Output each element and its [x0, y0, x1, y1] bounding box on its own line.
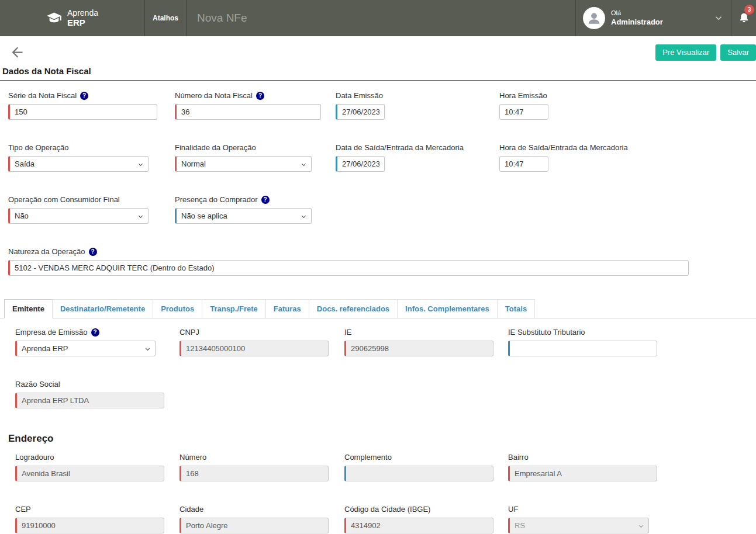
- tab-docs-referenciados[interactable]: Docs. referenciados: [309, 299, 398, 318]
- endereco-numero-input: [179, 466, 329, 481]
- logradouro-input: [15, 466, 164, 481]
- user-menu[interactable]: Olá Administrador: [575, 0, 731, 36]
- preview-button[interactable]: Pré Visualizar: [655, 44, 716, 61]
- user-greeting: Olá: [611, 9, 663, 18]
- select-caret-icon: [301, 213, 307, 220]
- numero-nf-label: Número da Nota Fiscal?: [175, 91, 336, 100]
- finalidade-select[interactable]: Normal: [175, 156, 312, 172]
- field-serie: Série da Nota Fiscal?: [8, 91, 175, 120]
- field-data-emissao: Data Emissão: [336, 91, 499, 120]
- help-icon[interactable]: ?: [89, 248, 97, 256]
- field-hora-saida: Hora de Saída/Entrada da Mercadoria: [499, 143, 756, 172]
- back-button[interactable]: [7, 43, 27, 61]
- data-saida-label: Data de Saída/Entrada da Mercadoria: [336, 143, 499, 152]
- razao-social-input: [15, 393, 164, 408]
- hora-emissao-label: Hora Emissão: [499, 91, 756, 100]
- notification-badge: 3: [744, 5, 754, 15]
- brand-logo[interactable]: AprendaERP: [0, 0, 144, 36]
- field-bairro: Bairro: [508, 453, 756, 481]
- chevron-down-icon[interactable]: [713, 13, 724, 23]
- serie-input[interactable]: [8, 104, 157, 120]
- complemento-input: [344, 466, 493, 481]
- field-ie-substituto: IE Substituto Tributario: [508, 328, 756, 356]
- bairro-label: Bairro: [508, 453, 756, 462]
- tab-produtos[interactable]: Produtos: [153, 299, 202, 318]
- presenca-comprador-label: Presença do Comprador?: [175, 195, 336, 204]
- field-ie: IE: [344, 328, 508, 356]
- cidade-input: [179, 518, 329, 533]
- select-caret-icon: [301, 161, 307, 168]
- endereco-row-2: CEP Cidade Código da Cidade (IBGE) UF RS: [0, 505, 756, 533]
- tab-emitente[interactable]: Emitente: [4, 299, 53, 318]
- uf-select: RS: [508, 518, 649, 533]
- hora-saida-input[interactable]: [499, 156, 548, 172]
- numero-nf-input[interactable]: [175, 104, 321, 120]
- notifications-button[interactable]: 3: [731, 0, 756, 36]
- finalidade-label: Finalidade da Operação: [175, 143, 336, 152]
- shortcuts-button[interactable]: Atalhos: [144, 0, 187, 36]
- tab-transp-frete[interactable]: Transp./Frete: [202, 299, 266, 318]
- cnpj-label: CNPJ: [179, 328, 344, 337]
- natureza-input[interactable]: [8, 260, 689, 276]
- field-data-saida: Data de Saída/Entrada da Mercadoria: [336, 143, 499, 172]
- help-icon[interactable]: ?: [80, 92, 88, 100]
- hora-saida-label: Hora de Saída/Entrada da Mercadoria: [499, 143, 756, 152]
- nova-nfe-page: AprendaERP Atalhos Nova NFe Olá Administ…: [0, 0, 756, 533]
- endereco-numero-label: Número: [179, 453, 344, 462]
- field-complemento: Complemento: [344, 453, 508, 481]
- cnpj-input: [179, 341, 329, 356]
- empresa-emissao-label: Empresa de Emissão?: [15, 328, 179, 337]
- data-emissao-label: Data Emissão: [336, 91, 499, 100]
- ibge-label: Código da Cidade (IBGE): [344, 505, 508, 514]
- tab-faturas[interactable]: Faturas: [265, 299, 309, 318]
- action-toolbar: Pré Visualizar Salvar: [0, 36, 756, 65]
- tab-destinatario[interactable]: Destinatario/Remetente: [52, 299, 153, 318]
- help-icon[interactable]: ?: [256, 92, 264, 100]
- select-caret-icon: [638, 523, 644, 529]
- tab-totais[interactable]: Totais: [497, 299, 535, 318]
- field-natureza: Natureza da Operação?: [8, 247, 756, 276]
- field-tipo-operacao: Tipo de Operação Saída: [8, 143, 175, 172]
- consumidor-final-select[interactable]: Não: [8, 208, 149, 224]
- avatar: [583, 7, 605, 29]
- bairro-input: [508, 466, 657, 481]
- data-saida-input[interactable]: [336, 156, 385, 172]
- field-consumidor-final: Operação com Consumidor Final Não: [8, 195, 175, 224]
- hora-emissao-input[interactable]: [499, 104, 548, 120]
- help-icon[interactable]: ?: [261, 196, 270, 204]
- tab-infos-complementares[interactable]: Infos. Complementares: [397, 299, 498, 318]
- select-caret-icon: [137, 161, 144, 168]
- field-numero-nf: Número da Nota Fiscal?: [175, 91, 336, 120]
- help-icon[interactable]: ?: [91, 328, 99, 337]
- consumidor-final-label: Operação com Consumidor Final: [8, 195, 175, 204]
- form-row-1: Série da Nota Fiscal? Número da Nota Fis…: [0, 91, 756, 120]
- field-cidade: Cidade: [179, 505, 344, 533]
- form-row-2: Tipo de Operação Saída Finalidade da Ope…: [0, 143, 756, 172]
- complemento-label: Complemento: [344, 453, 508, 462]
- arrow-left-icon: [9, 44, 25, 60]
- page-title: Nova NFe: [187, 0, 247, 36]
- select-caret-icon: [137, 213, 144, 220]
- tipo-operacao-select[interactable]: Saída: [8, 156, 149, 172]
- presenca-comprador-select[interactable]: Não se aplica: [175, 208, 312, 224]
- shortcuts-label: Atalhos: [153, 14, 178, 22]
- ie-substituto-label: IE Substituto Tributario: [508, 328, 756, 337]
- field-cnpj: CNPJ: [179, 328, 344, 356]
- data-emissao-input[interactable]: [336, 104, 385, 120]
- cidade-label: Cidade: [179, 505, 344, 514]
- select-caret-icon: [144, 346, 151, 352]
- uf-label: UF: [508, 505, 756, 514]
- ie-input: [344, 341, 493, 356]
- user-info: Olá Administrador: [611, 9, 663, 27]
- section-title-nota: Dados da Nota Fiscal: [0, 65, 756, 81]
- save-button[interactable]: Salvar: [720, 44, 756, 61]
- ie-substituto-input[interactable]: [508, 341, 657, 356]
- empresa-emissao-select[interactable]: Aprenda ERP: [15, 341, 156, 356]
- field-endereco-numero: Número: [179, 453, 344, 481]
- field-presenca-comprador: Presença do Comprador? Não se aplica: [175, 195, 336, 224]
- field-ibge: Código da Cidade (IBGE): [344, 505, 508, 533]
- form-row-4: Natureza da Operação?: [0, 247, 756, 276]
- tipo-operacao-label: Tipo de Operação: [8, 143, 175, 152]
- field-uf: UF RS: [508, 505, 756, 533]
- graduation-cap-icon: [46, 11, 62, 26]
